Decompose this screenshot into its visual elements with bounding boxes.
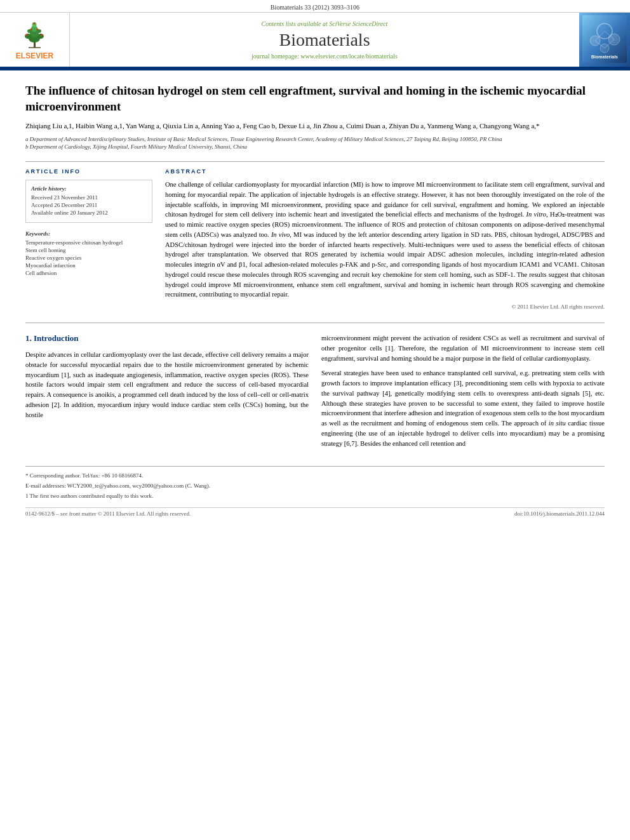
biomaterials-logo-icon: Biomaterials — [582, 15, 627, 63]
section-divider — [25, 323, 605, 323]
received-date: Received 23 November 2011 — [31, 194, 147, 201]
abstract-text: One challenge of cellular cardiomyoplast… — [165, 180, 605, 300]
affiliations: a Department of Advanced Interdisciplina… — [25, 135, 605, 151]
authors-text: Zhiqiang Liu a,1, Haibin Wang a,1, Yan W… — [25, 122, 540, 130]
article-title: The influence of chitosan hydrogel on st… — [25, 83, 605, 114]
svg-point-6 — [25, 34, 31, 39]
main-content: The influence of chitosan hydrogel on st… — [0, 70, 630, 530]
issn-text: 0142-9612/$ – see front matter © 2011 El… — [25, 510, 191, 517]
affiliation-a: a Department of Advanced Interdisciplina… — [25, 135, 605, 143]
svg-point-10 — [25, 34, 27, 36]
keywords-section: Keywords: Temperature-responsive chitosa… — [25, 230, 152, 276]
article-info-column: ARTICLE INFO Article history: Received 2… — [25, 168, 152, 310]
footer-section: * Corresponding author. Tel/fax: +86 10 … — [25, 466, 605, 500]
svg-point-7 — [37, 34, 44, 39]
svg-point-13 — [36, 28, 38, 30]
available-date: Available online 20 January 2012 — [31, 210, 147, 216]
footnote-equal-contrib: 1 The first two authors contributed equa… — [25, 492, 605, 500]
article-info-header: ARTICLE INFO — [25, 168, 152, 175]
article-history-box: Article history: Received 23 November 20… — [25, 180, 152, 223]
intro-paragraph-2: microenvironment might prevent the activ… — [321, 333, 605, 363]
copyright-text: © 2011 Elsevier Ltd. All rights reserved… — [165, 303, 605, 310]
intro-paragraph-3: Several strategies have been used to enh… — [321, 368, 605, 448]
bottom-bar: 0142-9612/$ – see front matter © 2011 El… — [25, 507, 605, 517]
citation-bar: Biomaterials 33 (2012) 3093–3106 — [0, 0, 630, 13]
svg-point-11 — [41, 34, 43, 36]
keyword-2: Stem cell homing — [25, 247, 152, 253]
svg-point-14 — [33, 22, 35, 24]
elsevier-logo: ELSEVIER — [16, 20, 53, 60]
affiliation-b: b Department of Cardiology, Xijing Hospi… — [25, 143, 605, 151]
intro-paragraph-1: Despite advances in cellular cardiomyopl… — [25, 350, 309, 420]
journal-logo-right: Biomaterials — [579, 13, 630, 67]
citation-text: Biomaterials 33 (2012) 3093–3106 — [271, 4, 359, 11]
doi-text: doi:10.1016/j.biomaterials.2011.12.044 — [514, 510, 605, 517]
footnote-corresponding: * Corresponding author. Tel/fax: +86 10 … — [25, 472, 605, 480]
authors-line: Zhiqiang Liu a,1, Haibin Wang a,1, Yan W… — [25, 121, 605, 131]
sciverse-info: Contents lists available at SciVerse Sci… — [262, 20, 388, 27]
accepted-date: Accepted 26 December 2011 — [31, 202, 147, 208]
abstract-column: ABSTRACT One challenge of cellular cardi… — [165, 168, 605, 310]
journal-center: Contents lists available at SciVerse Sci… — [70, 13, 579, 67]
history-label: Article history: — [31, 185, 147, 192]
sciverse-link[interactable]: SciVerse ScienceDirect — [329, 20, 387, 27]
elsevier-tree-icon — [17, 20, 52, 50]
intro-right-column: microenvironment might prevent the activ… — [321, 333, 605, 453]
intro-left-column: 1. Introduction Despite advances in cell… — [25, 333, 309, 453]
keyword-3: Reactive oxygen species — [25, 255, 152, 261]
footnote-email: E-mail addresses: WCY2000_te@yahoo.com, … — [25, 482, 605, 490]
homepage-url[interactable]: www.elsevier.com/locate/biomaterials — [300, 53, 398, 60]
elsevier-logo-area: ELSEVIER — [0, 13, 70, 67]
journal-title: Biomaterials — [279, 30, 370, 50]
keyword-4: Myocardial infarction — [25, 262, 152, 269]
keywords-label: Keywords: — [25, 230, 152, 237]
intro-section-title: 1. Introduction — [25, 333, 309, 343]
introduction-section: 1. Introduction Despite advances in cell… — [25, 333, 605, 453]
keyword-5: Cell adhesion — [25, 270, 152, 276]
svg-text:Biomaterials: Biomaterials — [591, 55, 618, 59]
info-abstract-section: ARTICLE INFO Article history: Received 2… — [25, 161, 605, 310]
biomaterials-logo: Biomaterials — [580, 13, 629, 67]
elsevier-brand-text: ELSEVIER — [16, 51, 53, 60]
svg-point-12 — [30, 28, 32, 30]
journal-header: ELSEVIER Contents lists available at Sci… — [0, 13, 630, 68]
journal-homepage: journal homepage: www.elsevier.com/locat… — [251, 53, 398, 60]
abstract-header: ABSTRACT — [165, 168, 605, 175]
keyword-1: Temperature-responsive chitosan hydrogel — [25, 239, 152, 246]
